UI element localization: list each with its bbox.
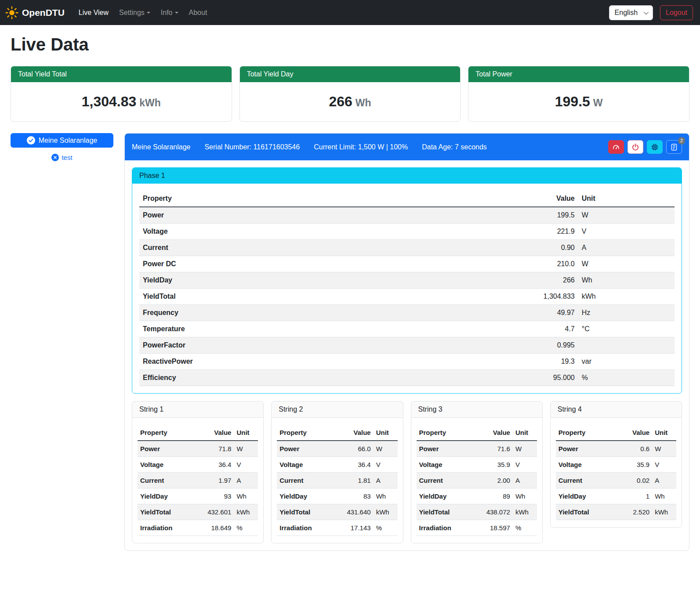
table-row: YieldTotal438.072kWh <box>417 504 537 520</box>
string-1-card: String 1 Property Value Unit <box>132 401 264 543</box>
value-cell: 71.6 <box>479 441 513 457</box>
string-2-card: String 2 Property Value Unit <box>271 401 403 543</box>
card-body: 266Wh <box>240 82 461 121</box>
unit-cell: kWh <box>374 504 398 520</box>
value-cell: 89 <box>479 488 513 504</box>
table-row: Voltage35.9V <box>417 457 537 473</box>
total-power-unit: W <box>593 97 603 109</box>
unit-cell: kWh <box>513 504 537 520</box>
inverter-header: Meine Solaranlage Serial Number: 1161716… <box>125 134 689 160</box>
value-cell: 17.143 <box>340 520 374 536</box>
table-header-row: Property Value Unit <box>417 425 537 441</box>
property-cell: YieldTotal <box>417 504 479 520</box>
unit-cell: Wh <box>578 272 675 289</box>
table-row: Current0.90A <box>139 240 675 256</box>
table-row: Current0.02A <box>556 473 676 488</box>
phase-1-title: Phase 1 <box>132 168 682 184</box>
total-power-value: 199.5 <box>555 94 590 109</box>
unit-cell: Wh <box>513 488 537 504</box>
table-row: YieldDay83Wh <box>277 488 397 504</box>
string-4-card: String 4 Property Value Unit <box>550 401 682 528</box>
value-cell: 0.02 <box>618 473 652 488</box>
power-settings-button[interactable] <box>627 140 643 154</box>
table-row: Voltage36.4V <box>277 457 397 473</box>
property-cell: YieldTotal <box>139 289 503 305</box>
unit-cell: A <box>652 473 676 488</box>
column-value: Value <box>340 425 374 441</box>
column-unit: Unit <box>374 425 398 441</box>
sidebar-item-label: Meine Solaranlage <box>39 137 97 145</box>
unit-cell: V <box>652 457 676 473</box>
event-log-button[interactable]: 2 <box>666 140 682 154</box>
unit-cell: % <box>578 370 675 386</box>
string-4-table-body: Power0.6WVoltage35.9VCurrent0.02AYieldDa… <box>556 441 676 520</box>
column-property: Property <box>139 191 503 207</box>
property-cell: Irradiation <box>277 520 340 536</box>
total-yield-total-unit: kWh <box>139 97 161 109</box>
card-header: Total Power <box>468 66 689 82</box>
brand[interactable]: OpenDTU <box>5 6 65 19</box>
table-row: YieldTotal1,304.833kWh <box>139 289 675 305</box>
sidebar-item-meine-solaranlage[interactable]: Meine Solaranlage <box>11 133 113 148</box>
value-cell: 93 <box>200 488 234 504</box>
card-total-yield-day: Total Yield Day 266Wh <box>239 66 461 122</box>
gauge-icon <box>612 143 620 151</box>
value-cell: 199.5 <box>503 207 578 224</box>
sidebar-item-test[interactable]: test <box>11 154 113 161</box>
string-1-title: String 1 <box>132 402 263 418</box>
string-3-table: Property Value Unit Power71.6WVoltage35.… <box>417 425 537 536</box>
nav-item-live-view[interactable]: Live View <box>73 5 114 20</box>
property-cell: Power <box>139 207 503 224</box>
value-cell: 19.3 <box>503 354 578 370</box>
column-property: Property <box>556 425 619 441</box>
property-cell: YieldTotal <box>277 504 340 520</box>
column-unit: Unit <box>652 425 676 441</box>
summary-cards-row: Total Yield Total 1,304.83kWh Total Yiel… <box>11 66 689 122</box>
table-row: Power66.0W <box>277 441 397 457</box>
cpu-icon <box>651 143 659 151</box>
nav-item-about[interactable]: About <box>184 5 213 20</box>
table-header-row: Property Value Unit <box>138 425 258 441</box>
value-cell: 1.81 <box>340 473 374 488</box>
property-cell: Irradiation <box>417 520 479 536</box>
value-cell: 2.00 <box>479 473 513 488</box>
language-select[interactable]: English <box>609 5 653 20</box>
check-circle-icon <box>27 136 35 145</box>
property-cell: Power <box>417 441 479 457</box>
nav-item-info[interactable]: Info <box>156 5 184 20</box>
property-cell: Power <box>556 441 619 457</box>
property-cell: YieldDay <box>277 488 340 504</box>
content-row: Meine Solaranlage test Meine Solaranlage… <box>11 133 689 551</box>
unit-cell: V <box>578 224 675 240</box>
value-cell: 66.0 <box>340 441 374 457</box>
caret-down-icon <box>147 12 150 14</box>
property-cell: Current <box>139 240 503 256</box>
unit-cell: V <box>234 457 258 473</box>
table-row: YieldTotal2.520kWh <box>556 504 676 520</box>
logout-button[interactable]: Logout <box>660 5 693 20</box>
value-cell: 266 <box>503 272 578 289</box>
property-cell: Voltage <box>139 224 503 240</box>
property-cell: YieldTotal <box>138 504 200 520</box>
column-unit: Unit <box>513 425 537 441</box>
inverter-serial: Serial Number: 116171603546 <box>204 143 300 151</box>
unit-cell: A <box>578 240 675 256</box>
device-info-button[interactable] <box>647 140 663 154</box>
inverter-limit: Current Limit: 1,500 W | 100% <box>314 143 408 151</box>
value-cell: 36.4 <box>340 457 374 473</box>
card-total-power: Total Power 199.5W <box>468 66 689 122</box>
limit-settings-button[interactable] <box>608 140 624 154</box>
value-cell: 36.4 <box>200 457 234 473</box>
table-row: YieldTotal432.601kWh <box>138 504 258 520</box>
unit-cell: A <box>513 473 537 488</box>
value-cell: 18.649 <box>200 520 234 536</box>
value-cell: 0.995 <box>503 337 578 354</box>
column-property: Property <box>417 425 479 441</box>
string-3-body: Property Value Unit Power71.6WVoltage35.… <box>411 418 542 543</box>
caret-down-icon <box>175 12 178 14</box>
nav-item-settings[interactable]: Settings <box>114 5 156 20</box>
table-row: Voltage36.4V <box>138 457 258 473</box>
page-container: Live Data Total Yield Total 1,304.83kWh … <box>0 25 700 561</box>
value-cell: 221.9 <box>503 224 578 240</box>
table-row: YieldDay1Wh <box>556 488 676 504</box>
